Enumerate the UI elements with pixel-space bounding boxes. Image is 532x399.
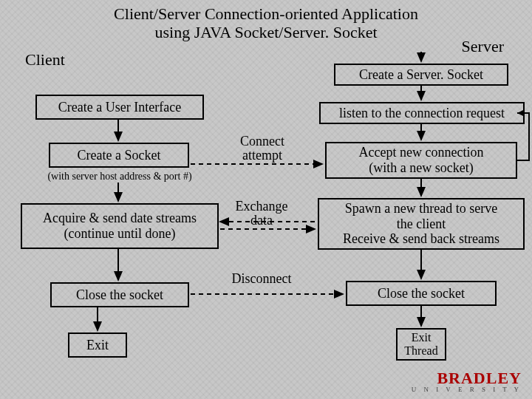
arrows-layer	[0, 0, 532, 399]
svg-marker-14	[517, 110, 523, 116]
